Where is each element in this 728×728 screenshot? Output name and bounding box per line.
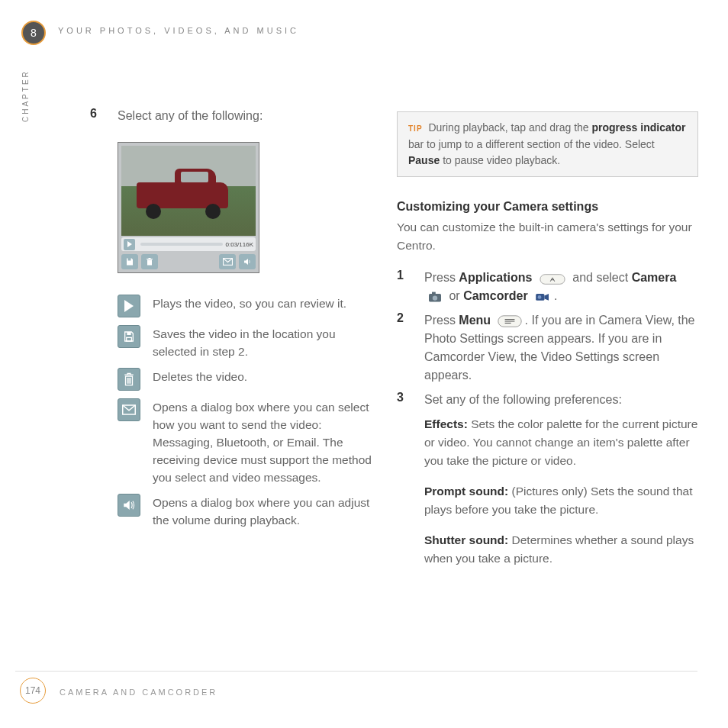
step-2: 2 Press Menu . If you are in Camera View… — [397, 311, 698, 385]
footer-title: CAMERA AND CAMCORDER — [60, 688, 217, 697]
trash-description: Deletes the video. — [153, 368, 374, 391]
step-number: 6 — [90, 107, 118, 125]
save-mini-icon — [121, 254, 138, 269]
step-instruction: Press Menu . If you are in Camera View, … — [424, 311, 698, 385]
envelope-description: Opens a dialog box where you can select … — [153, 398, 374, 486]
footer-divider — [15, 671, 697, 672]
svg-rect-4 — [127, 337, 132, 341]
chapter-label-vertical: CHAPTER — [21, 69, 30, 122]
svg-rect-0 — [149, 261, 150, 265]
tip-text-1: During playback, tap and drag the — [428, 121, 591, 134]
svg-rect-3 — [127, 332, 130, 335]
camcorder-icon — [531, 290, 554, 304]
page-number: 174 — [20, 678, 46, 704]
save-icon — [118, 325, 140, 348]
step-number: 1 — [397, 269, 424, 305]
applications-key-icon — [536, 272, 569, 285]
progress-text: 0:03/116K — [226, 241, 253, 248]
step-number: 2 — [397, 311, 424, 385]
tip-text-3: to pause video playback. — [440, 154, 560, 166]
tip-box: TIP During playback, tap and drag the pr… — [397, 111, 698, 177]
svg-point-13 — [433, 295, 437, 300]
svg-rect-12 — [432, 292, 436, 294]
progress-bar: 0:03/116K — [121, 237, 256, 251]
section-intro: You can customize the built-in camera's … — [397, 218, 698, 255]
step-number: 3 — [397, 391, 424, 409]
chapter-number-badge: 8 — [21, 21, 46, 45]
tip-text-2: bar to jump to a different section of th… — [408, 138, 655, 150]
video-playback-screenshot: 0:03/116K — [118, 142, 259, 273]
step-6: 6 Select any of the following: — [90, 107, 374, 125]
right-column: TIP During playback, tap and drag the pr… — [397, 107, 698, 580]
left-column: 6 Select any of the following: 0:03/116K — [90, 107, 374, 536]
prompt-sound-paragraph: Prompt sound: (Pictures only) Sets the s… — [424, 482, 698, 519]
step-3: 3 Set any of the following preferences: — [397, 391, 698, 409]
speaker-icon — [118, 494, 140, 517]
play-mini-button — [124, 239, 135, 250]
tip-label: TIP — [408, 124, 423, 133]
header-title: YOUR PHOTOS, VIDEOS, AND MUSIC — [58, 26, 299, 35]
shutter-sound-paragraph: Shutter sound: Determines whether a soun… — [424, 531, 698, 568]
speaker-description: Opens a dialog box where you can adjust … — [153, 494, 374, 529]
envelope-icon — [118, 398, 140, 421]
svg-rect-10 — [540, 274, 565, 284]
svg-point-15 — [538, 295, 542, 299]
tip-bold-2: Pause — [408, 154, 440, 166]
step-instruction: Select any of the following: — [118, 107, 374, 125]
envelope-mini-icon — [219, 254, 236, 269]
play-icon — [118, 295, 140, 317]
trash-mini-icon — [141, 254, 158, 269]
video-thumbnail — [121, 146, 256, 236]
speaker-mini-icon — [239, 254, 256, 269]
play-description: Plays the video, so you can review it. — [153, 295, 374, 317]
tip-bold-1: progress indicator — [591, 121, 685, 134]
step-instruction: Press Applications and select Camera or … — [424, 269, 698, 305]
step-instruction: Set any of the following preferences: — [424, 391, 698, 409]
icon-descriptions: Plays the video, so you can review it. S… — [118, 295, 374, 529]
camera-icon — [424, 290, 446, 304]
save-description: Saves the video in the location you sele… — [153, 325, 374, 360]
trash-icon — [118, 368, 140, 391]
menu-key-icon — [494, 314, 525, 328]
step-1: 1 Press Applications and select Camera o… — [397, 269, 698, 305]
effects-paragraph: Effects: Sets the color palette for the … — [424, 415, 698, 470]
svg-rect-1 — [150, 261, 151, 265]
section-heading: Customizing your Camera settings — [397, 200, 698, 214]
